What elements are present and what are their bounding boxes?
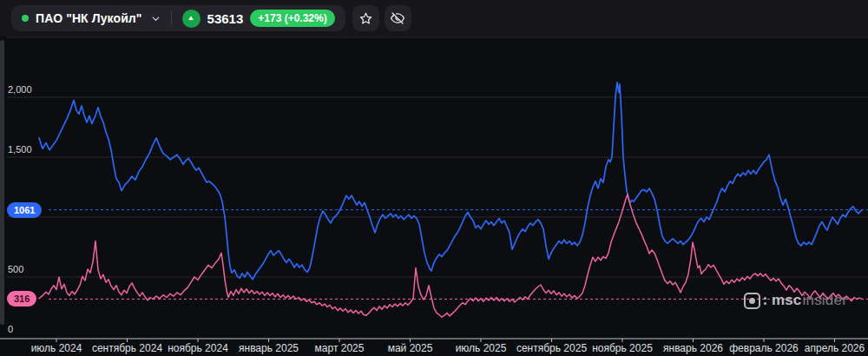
status-dot-icon xyxy=(22,15,29,22)
x-axis-label: ноябрь 2025 xyxy=(592,342,653,354)
change-badge: +173 (+0.32%) xyxy=(250,10,334,27)
y-axis-label: 0 xyxy=(8,324,13,334)
series-blue xyxy=(39,82,862,280)
up-arrow-icon xyxy=(182,10,201,28)
chart-area[interactable]: 2,0001,5005000 июль 2024сентябрь 2024ноя… xyxy=(0,0,868,356)
x-axis-label: март 2025 xyxy=(315,342,365,354)
watermark-light-text: insider xyxy=(803,292,847,309)
watermark-logo-icon xyxy=(744,293,760,309)
price-marker-pink: 316 xyxy=(7,291,36,307)
watermark: msc insider xyxy=(744,292,847,309)
x-axis-label: сентябрь 2024 xyxy=(92,342,162,354)
y-axis-label: 500 xyxy=(8,264,23,274)
price-marker-blue: 1061 xyxy=(7,202,42,218)
watermark-dots-icon xyxy=(764,297,766,300)
x-axis-label: июль 2025 xyxy=(456,342,507,354)
x-axis-label: апрель 2026 xyxy=(805,342,865,354)
hide-button[interactable] xyxy=(385,5,411,31)
price-chart-svg[interactable] xyxy=(0,0,868,356)
x-axis-label: май 2025 xyxy=(388,342,433,354)
watermark-bold-text: msc xyxy=(772,292,802,309)
topbar: ПАО "НК Лукойл" 53613 +173 (+0.32%) xyxy=(0,0,868,36)
ticker-name: ПАО "НК Лукойл" xyxy=(36,11,142,25)
y-axis-label: 2,000 xyxy=(8,84,32,95)
star-icon xyxy=(358,11,373,26)
x-axis-label: февраль 2026 xyxy=(729,342,799,354)
x-axis-label: ноябрь 2024 xyxy=(168,342,228,354)
favorite-button[interactable] xyxy=(352,5,379,31)
x-axis-label: июль 2024 xyxy=(31,342,82,354)
x-axis-label: январь 2025 xyxy=(239,342,299,354)
chevron-down-icon xyxy=(151,14,161,23)
last-price: 53613 xyxy=(207,11,244,26)
ticker-selector[interactable]: ПАО "НК Лукойл" 53613 +173 (+0.32%) xyxy=(11,5,345,31)
x-axis-label: январь 2026 xyxy=(663,342,723,354)
x-axis-label: сентябрь 2025 xyxy=(516,342,587,354)
divider xyxy=(171,11,172,25)
y-axis-label: 1,500 xyxy=(8,144,32,155)
left-edge-strip xyxy=(0,40,4,325)
eye-off-icon xyxy=(390,10,405,26)
